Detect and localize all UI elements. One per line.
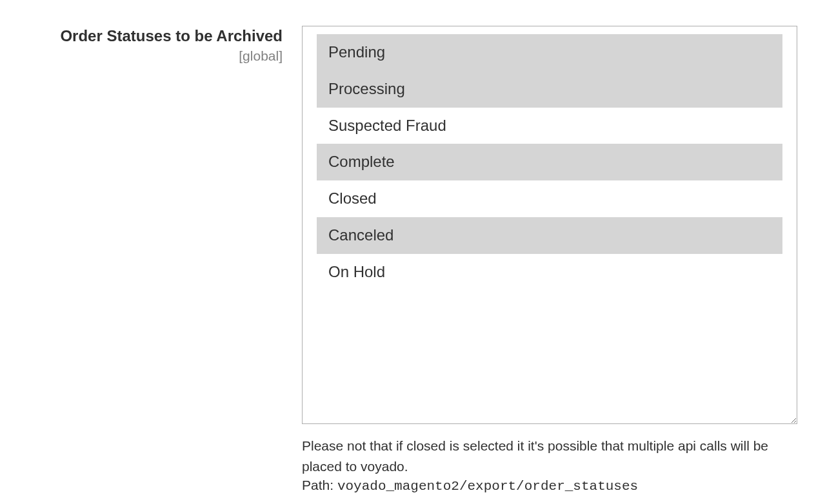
path-value: voyado_magento2/export/order_statuses [337,479,638,494]
multiselect-option[interactable]: Suspected Fraud [317,108,782,144]
multiselect-option[interactable]: Pending [317,34,782,71]
field-label: Order Statuses to be Archived [25,26,283,46]
config-path: Path: voyado_magento2/export/order_statu… [302,478,811,494]
label-column: Order Statuses to be Archived [global] [25,26,283,64]
field-note: Please not that if closed is selected it… [302,436,797,476]
path-label: Path: [302,478,337,492]
multiselect-option[interactable]: Closed [317,180,782,217]
control-column: PendingProcessingSuspected FraudComplete… [302,26,811,494]
multiselect-option[interactable]: Processing [317,71,782,108]
config-field-row: Order Statuses to be Archived [global] P… [25,26,811,494]
multiselect-option[interactable]: Complete [317,144,782,180]
order-statuses-multiselect[interactable]: PendingProcessingSuspected FraudComplete… [302,26,797,424]
scope-label: [global] [25,48,283,64]
multiselect-option[interactable]: Canceled [317,217,782,254]
multiselect-option[interactable]: On Hold [317,254,782,291]
